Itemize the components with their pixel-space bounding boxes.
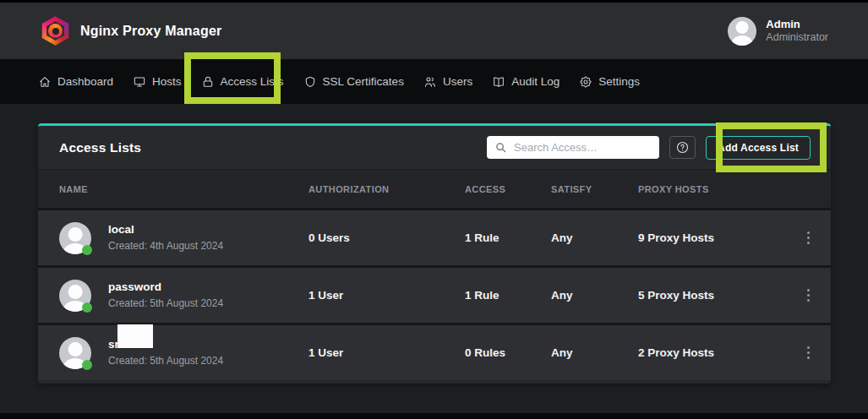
search-input[interactable] bbox=[514, 141, 652, 154]
column-header-proxy-hosts: PROXY HOSTS bbox=[638, 184, 786, 194]
avatar bbox=[59, 222, 91, 254]
table-header-row: NAME AUTHORIZATION ACCESS SATISFY PROXY … bbox=[38, 169, 831, 208]
proxy-hosts-value: 9 Proxy Hosts bbox=[638, 231, 786, 244]
satisfy-value: Any bbox=[551, 231, 638, 244]
access-list-name: password bbox=[108, 280, 223, 294]
lock-icon bbox=[201, 75, 215, 89]
brand: Nginx Proxy Manager bbox=[41, 16, 221, 46]
main-nav: Dashboard Hosts Access Lists SSL Certifi… bbox=[0, 59, 868, 104]
satisfy-value: Any bbox=[551, 346, 638, 359]
satisfy-value: Any bbox=[551, 289, 638, 302]
nav-item-dashboard[interactable]: Dashboard bbox=[38, 75, 113, 89]
monitor-icon bbox=[133, 75, 146, 89]
nav-item-ssl-certificates[interactable]: SSL Certificates bbox=[303, 75, 404, 89]
user-role: Administrator bbox=[766, 31, 828, 44]
proxy-hosts-value: 2 Proxy Hosts bbox=[638, 346, 786, 359]
access-lists-card: Access Lists Add Access List NAME AUTHOR… bbox=[38, 123, 831, 384]
user-menu[interactable]: Admin Administrator bbox=[728, 17, 828, 46]
column-header-authorization: AUTHORIZATION bbox=[308, 184, 465, 194]
access-value: 0 Rules bbox=[465, 346, 551, 359]
card-title: Access Lists bbox=[59, 140, 141, 155]
bottom-edge-bar bbox=[0, 413, 868, 419]
search-box bbox=[487, 136, 659, 159]
shield-icon bbox=[303, 75, 317, 89]
column-header-access: ACCESS bbox=[465, 184, 551, 194]
status-dot bbox=[82, 302, 92, 313]
user-avatar bbox=[728, 17, 756, 46]
status-dot bbox=[82, 360, 92, 370]
authorization-value: 0 Users bbox=[308, 231, 465, 244]
avatar bbox=[59, 280, 91, 312]
top-bar: Nginx Proxy Manager Admin Administrator bbox=[0, 0, 868, 59]
column-header-satisfy: SATISFY bbox=[551, 184, 638, 194]
users-icon bbox=[423, 75, 437, 89]
nav-item-access-lists[interactable]: Access Lists bbox=[201, 75, 284, 89]
add-access-list-button[interactable]: Add Access List bbox=[706, 136, 811, 160]
redaction-box bbox=[117, 324, 153, 348]
proxy-hosts-value: 5 Proxy Hosts bbox=[638, 289, 786, 302]
home-icon bbox=[38, 75, 52, 89]
gear-icon bbox=[579, 75, 592, 89]
table-row[interactable]: local Created: 4th August 2024 0 Users 1… bbox=[38, 208, 831, 265]
table-row[interactable]: password Created: 5th August 2024 1 User… bbox=[38, 265, 831, 323]
user-name: Admin bbox=[766, 18, 828, 31]
access-list-created: Created: 4th August 2024 bbox=[108, 240, 223, 253]
authorization-value: 1 User bbox=[308, 346, 465, 359]
row-actions-button[interactable] bbox=[802, 284, 816, 307]
help-icon bbox=[675, 140, 690, 155]
row-actions-button[interactable] bbox=[802, 341, 816, 365]
access-list-created: Created: 5th August 2024 bbox=[108, 297, 223, 310]
access-list-name: local bbox=[108, 223, 223, 237]
access-value: 1 Rule bbox=[465, 231, 551, 244]
nav-item-hosts[interactable]: Hosts bbox=[133, 75, 182, 89]
authorization-value: 1 User bbox=[308, 289, 465, 302]
app-title: Nginx Proxy Manager bbox=[80, 24, 221, 39]
row-actions-button[interactable] bbox=[802, 226, 816, 250]
column-header-name: NAME bbox=[59, 184, 308, 194]
table-row[interactable]: sn Created: 5th August 2024 1 User 0 Rul… bbox=[38, 323, 831, 380]
nav-item-audit-log[interactable]: Audit Log bbox=[492, 75, 560, 89]
avatar bbox=[59, 337, 91, 369]
nav-item-settings[interactable]: Settings bbox=[579, 75, 640, 89]
help-button[interactable] bbox=[669, 136, 696, 159]
app-logo-icon bbox=[41, 16, 70, 46]
nav-item-users[interactable]: Users bbox=[423, 75, 472, 89]
status-dot bbox=[82, 245, 92, 255]
book-icon bbox=[492, 75, 505, 89]
access-value: 1 Rule bbox=[465, 289, 551, 302]
search-icon bbox=[494, 141, 507, 154]
access-list-created: Created: 5th August 2024 bbox=[108, 355, 223, 367]
page: Nginx Proxy Manager Admin Administrator … bbox=[0, 0, 868, 419]
